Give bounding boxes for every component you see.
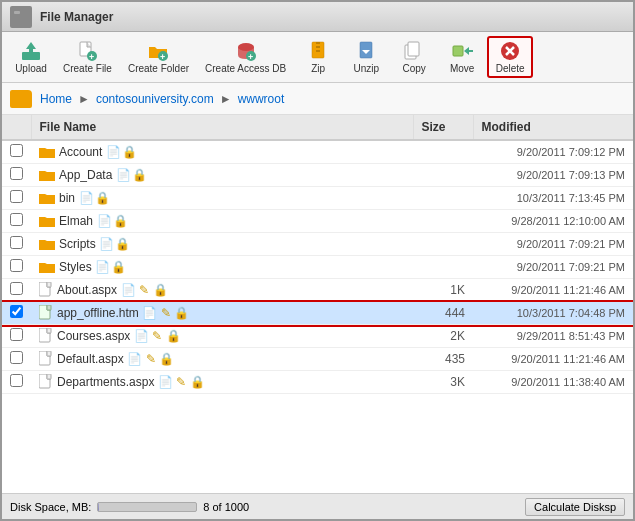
row-checkbox[interactable] xyxy=(10,282,23,295)
header-modified[interactable]: Modified xyxy=(473,115,633,140)
file-size: 444 xyxy=(413,302,473,325)
svg-rect-20 xyxy=(453,46,463,56)
rename-icon[interactable]: 📄 xyxy=(96,260,110,274)
edit-icon[interactable]: ✎ xyxy=(150,329,164,343)
table-row[interactable]: bin 📄 🔒 10/3/2011 7:13:45 PM xyxy=(2,187,633,210)
table-row[interactable]: Default.aspx 📄 ✎ 🔒 4359/20/2011 11:21:46… xyxy=(2,348,633,371)
svg-marker-3 xyxy=(26,42,36,53)
file-name-text: Departments.aspx xyxy=(57,375,154,389)
breadcrumb-sep-1: ► xyxy=(78,92,90,106)
row-checkbox[interactable] xyxy=(10,351,23,364)
rename-icon[interactable]: 📄 xyxy=(106,145,120,159)
lock-icon[interactable]: 🔒 xyxy=(116,237,130,251)
rename-icon[interactable]: 📄 xyxy=(100,237,114,251)
header-filename[interactable]: File Name xyxy=(31,115,413,140)
breadcrumb-folder[interactable]: wwwroot xyxy=(238,92,285,106)
lock-icon[interactable]: 🔒 xyxy=(122,145,136,159)
lock-icon[interactable]: 🔒 xyxy=(112,260,126,274)
rename-icon[interactable]: 📄 xyxy=(79,191,93,205)
table-row[interactable]: About.aspx 📄 ✎ 🔒 1K9/20/2011 11:21:46 AM xyxy=(2,279,633,302)
create-file-button[interactable]: + Create File xyxy=(56,37,119,77)
file-table-container[interactable]: File Name Size Modified Account 📄 🔒 9/20… xyxy=(2,115,633,493)
create-access-db-label: Create Access DB xyxy=(205,63,286,74)
table-row[interactable]: Styles 📄 🔒 9/20/2011 7:09:21 PM xyxy=(2,256,633,279)
delete-button[interactable]: Delete xyxy=(487,36,533,78)
rename-icon[interactable]: 📄 xyxy=(97,214,111,228)
upload-icon xyxy=(20,40,42,62)
svg-rect-26 xyxy=(47,282,51,287)
breadcrumb-home[interactable]: Home xyxy=(40,92,72,106)
create-db-icon: + xyxy=(235,40,257,62)
action-icons: 📄 🔒 xyxy=(116,168,146,182)
action-icons: 📄 ✎ 🔒 xyxy=(134,329,180,343)
folder-icon xyxy=(39,191,55,205)
edit-icon[interactable]: ✎ xyxy=(159,306,173,320)
disk-space-info: Disk Space, MB: 8 of 1000 xyxy=(10,501,249,513)
svg-rect-2 xyxy=(22,52,40,60)
unzip-button[interactable]: Unzip xyxy=(343,37,389,77)
zip-icon xyxy=(307,40,329,62)
file-size: 1K xyxy=(413,279,473,302)
file-name-text: Courses.aspx xyxy=(57,329,130,343)
svg-rect-14 xyxy=(316,46,320,48)
lock-icon[interactable]: 🔒 xyxy=(132,168,146,182)
lock-icon[interactable]: 🔒 xyxy=(153,283,167,297)
edit-icon[interactable]: ✎ xyxy=(137,283,151,297)
create-access-db-button[interactable]: + Create Access DB xyxy=(198,37,293,77)
row-checkbox[interactable] xyxy=(10,144,23,157)
row-checkbox[interactable] xyxy=(10,328,23,341)
action-icons: 📄 🔒 xyxy=(96,260,126,274)
lock-icon[interactable]: 🔒 xyxy=(113,214,127,228)
lock-icon[interactable]: 🔒 xyxy=(160,352,174,366)
row-checkbox[interactable] xyxy=(10,305,23,318)
row-checkbox[interactable] xyxy=(10,374,23,387)
copy-icon xyxy=(403,40,425,62)
folder-icon xyxy=(39,145,55,159)
table-row[interactable]: Departments.aspx 📄 ✎ 🔒 3K9/20/2011 11:38… xyxy=(2,371,633,394)
rename-icon[interactable]: 📄 xyxy=(116,168,130,182)
view-icon[interactable]: 📄 xyxy=(143,306,157,320)
move-button[interactable]: Move xyxy=(439,37,485,77)
app-icon xyxy=(10,6,32,28)
upload-button[interactable]: Upload xyxy=(8,37,54,77)
action-icons: 📄 ✎ 🔒 xyxy=(121,283,167,297)
table-row[interactable]: Elmah 📄 🔒 9/28/2011 12:10:00 AM xyxy=(2,210,633,233)
view-icon[interactable]: 📄 xyxy=(134,329,148,343)
svg-rect-32 xyxy=(47,351,51,356)
file-modified: 9/20/2011 11:21:46 AM xyxy=(473,348,633,371)
lock-icon[interactable]: 🔒 xyxy=(166,329,180,343)
view-icon[interactable]: 📄 xyxy=(121,283,135,297)
header-size[interactable]: Size xyxy=(413,115,473,140)
view-icon[interactable]: 📄 xyxy=(128,352,142,366)
table-row[interactable]: Courses.aspx 📄 ✎ 🔒 2K9/29/2011 8:51:43 P… xyxy=(2,325,633,348)
file-modified: 10/3/2011 7:13:45 PM xyxy=(473,187,633,210)
file-size: 2K xyxy=(413,325,473,348)
row-checkbox[interactable] xyxy=(10,190,23,203)
file-size xyxy=(413,187,473,210)
file-name-text: Account xyxy=(59,145,102,159)
lock-icon[interactable]: 🔒 xyxy=(95,191,109,205)
file-modified: 9/20/2011 11:38:40 AM xyxy=(473,371,633,394)
zip-button[interactable]: Zip xyxy=(295,37,341,77)
page-icon xyxy=(39,351,53,367)
lock-icon[interactable]: 🔒 xyxy=(190,375,204,389)
row-checkbox[interactable] xyxy=(10,167,23,180)
table-row[interactable]: app_offline.htm 📄 ✎ 🔒 44410/3/2011 7:04:… xyxy=(2,302,633,325)
copy-button[interactable]: Copy xyxy=(391,37,437,77)
calculate-diskspace-button[interactable]: Calculate Disksp xyxy=(525,498,625,516)
view-icon[interactable]: 📄 xyxy=(158,375,172,389)
disk-progress-fill xyxy=(98,503,99,511)
row-checkbox[interactable] xyxy=(10,213,23,226)
edit-icon[interactable]: ✎ xyxy=(174,375,188,389)
disk-usage-text: 8 of 1000 xyxy=(203,501,249,513)
lock-icon[interactable]: 🔒 xyxy=(175,306,189,320)
table-row[interactable]: Scripts 📄 🔒 9/20/2011 7:09:21 PM xyxy=(2,233,633,256)
row-checkbox[interactable] xyxy=(10,259,23,272)
breadcrumb: Home ► contosouniversity.com ► wwwroot xyxy=(2,83,633,115)
edit-icon[interactable]: ✎ xyxy=(144,352,158,366)
create-folder-button[interactable]: + Create Folder xyxy=(121,37,196,77)
table-row[interactable]: Account 📄 🔒 9/20/2011 7:09:12 PM xyxy=(2,140,633,164)
table-row[interactable]: App_Data 📄 🔒 9/20/2011 7:09:13 PM xyxy=(2,164,633,187)
breadcrumb-domain[interactable]: contosouniversity.com xyxy=(96,92,214,106)
row-checkbox[interactable] xyxy=(10,236,23,249)
